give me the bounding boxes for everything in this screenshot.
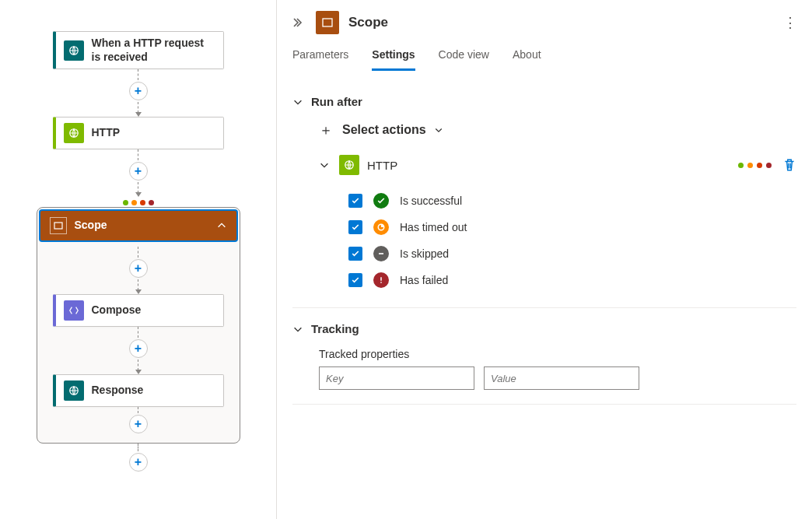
connector: +	[129, 327, 148, 374]
checkbox-checked[interactable]	[348, 273, 362, 287]
runafter-dots-icon	[123, 200, 154, 205]
tab-settings[interactable]: Settings	[372, 44, 415, 71]
compose-icon	[64, 300, 84, 321]
more-menu-icon[interactable]: ⋮	[783, 14, 796, 31]
scope-header[interactable]: Scope	[39, 209, 238, 242]
add-step-button[interactable]: +	[129, 453, 148, 472]
tab-about[interactable]: About	[513, 44, 541, 71]
cond-label: Is skipped	[400, 247, 449, 260]
section-header-runafter[interactable]: Run after	[292, 95, 796, 108]
connector: +	[129, 444, 148, 473]
scope-icon	[316, 11, 339, 34]
checkbox-checked[interactable]	[348, 194, 362, 208]
panel-body: Run after ＋ Select actions HTTP	[277, 72, 812, 519]
cond-label: Has timed out	[400, 221, 467, 233]
select-actions-label: Select actions	[342, 123, 426, 137]
node-http-trigger[interactable]: When a HTTP request is received	[53, 31, 224, 69]
action-name: HTTP	[367, 159, 397, 172]
add-step-button[interactable]: +	[129, 415, 148, 433]
chevron-up-icon	[216, 220, 227, 231]
tracked-key-input[interactable]	[319, 366, 474, 390]
cond-success[interactable]: Is successful	[348, 188, 796, 214]
add-step-button[interactable]: +	[129, 339, 148, 358]
connector: +	[129, 149, 148, 197]
response-icon	[64, 380, 84, 401]
connector: +	[129, 407, 148, 435]
designer-canvas: When a HTTP request is received + HTTP +…	[0, 0, 277, 519]
svg-rect-2	[54, 223, 62, 229]
chevron-down-icon	[292, 96, 303, 107]
timeout-icon	[373, 219, 389, 235]
node-label: When a HTTP request is received	[92, 37, 215, 64]
add-step-button[interactable]: +	[129, 259, 148, 278]
expand-icon[interactable]	[292, 16, 305, 29]
checkbox-checked[interactable]	[348, 247, 362, 261]
runafter-conditions: Is successful Has timed out	[348, 188, 796, 293]
add-step-button[interactable]: +	[129, 162, 148, 181]
runafter-action-http[interactable]: HTTP	[319, 150, 796, 180]
panel-title: Scope	[348, 15, 388, 30]
failed-icon	[373, 272, 389, 288]
node-label: Compose	[92, 303, 142, 317]
http-trigger-icon	[64, 40, 84, 61]
tab-codeview[interactable]: Code view	[439, 44, 489, 71]
details-panel: Scope ⋮ Parameters Settings Code view Ab…	[277, 0, 812, 519]
section-title: Run after	[311, 95, 362, 108]
node-label: Response	[92, 384, 144, 398]
connector: +	[129, 69, 148, 117]
tracked-properties-label: Tracked properties	[319, 348, 796, 360]
section-runafter: Run after ＋ Select actions HTTP	[292, 81, 796, 308]
cond-label: Is successful	[400, 195, 462, 207]
scope-container: Scope + Compose + Res	[37, 207, 240, 444]
node-http[interactable]: HTTP	[53, 117, 224, 149]
chevron-down-icon	[434, 125, 443, 135]
node-response[interactable]: Response	[53, 374, 224, 407]
section-header-tracking[interactable]: Tracking	[292, 322, 796, 335]
tracked-value-input[interactable]	[484, 366, 639, 390]
plus-icon: ＋	[319, 121, 333, 139]
delete-icon[interactable]	[782, 158, 796, 172]
http-icon	[339, 155, 359, 175]
select-actions-button[interactable]: ＋ Select actions	[319, 121, 796, 139]
connector: +	[129, 247, 148, 294]
panel-header: Scope ⋮	[277, 0, 812, 44]
panel-tabs: Parameters Settings Code view About	[277, 44, 812, 72]
node-compose[interactable]: Compose	[53, 294, 224, 327]
tab-parameters[interactable]: Parameters	[292, 44, 348, 71]
cond-label: Has failed	[400, 274, 448, 286]
add-step-button[interactable]: +	[129, 82, 148, 100]
node-label: HTTP	[92, 126, 121, 140]
http-icon	[64, 123, 84, 143]
cond-failed[interactable]: Has failed	[348, 267, 796, 293]
scope-label: Scope	[75, 219, 107, 233]
cond-skipped[interactable]: Is skipped	[348, 240, 796, 267]
chevron-down-icon	[292, 324, 303, 335]
chevron-down-icon	[319, 160, 330, 170]
scope-icon	[50, 217, 67, 234]
checkbox-checked[interactable]	[348, 220, 362, 234]
svg-rect-4	[323, 19, 332, 26]
success-icon	[373, 193, 389, 209]
section-tracking: Tracking Tracked properties	[292, 308, 796, 405]
skipped-icon	[373, 246, 389, 261]
section-title: Tracking	[311, 322, 359, 335]
cond-timeout[interactable]: Has timed out	[348, 214, 796, 240]
tracked-properties: Tracked properties	[319, 348, 796, 390]
runafter-dots-icon	[738, 163, 772, 168]
